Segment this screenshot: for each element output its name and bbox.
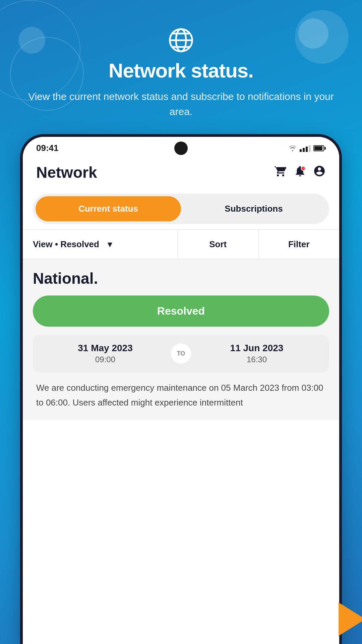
header-icons <box>274 165 326 180</box>
status-time: 09:41 <box>36 143 59 153</box>
section-title: National. <box>33 269 329 287</box>
filter-bar: View • Resolved ▼ Sort Filter <box>23 229 339 259</box>
svg-marker-6 <box>339 602 362 636</box>
sort-label: Sort <box>209 239 227 250</box>
cart-icon[interactable] <box>274 165 287 180</box>
account-icon[interactable] <box>313 165 326 180</box>
date-range: 31 May 2023 09:00 TO 11 Jun 2023 16:30 <box>33 335 329 372</box>
date-from-label: 31 May 2023 <box>40 343 171 354</box>
date-to-time: 16:30 <box>191 355 322 364</box>
bell-icon[interactable] <box>294 165 306 180</box>
filter-label: Filter <box>288 239 310 250</box>
app-header: Network <box>23 157 339 188</box>
resolved-badge: Resolved <box>33 296 329 327</box>
date-from-time: 09:00 <box>40 355 171 364</box>
date-separator: TO <box>171 343 191 364</box>
signal-icon <box>300 145 311 152</box>
description-text: We are conducting emergency maintenance … <box>33 380 329 410</box>
date-to: 11 Jun 2023 16:30 <box>191 343 322 364</box>
date-to-label: 11 Jun 2023 <box>191 343 322 354</box>
wifi-icon <box>288 145 297 152</box>
status-icons <box>288 145 326 152</box>
phone-mockup: 09:41 <box>20 134 342 644</box>
tab-subscriptions[interactable]: Subscriptions <box>181 196 326 221</box>
app-title: Network <box>36 163 97 181</box>
status-bar: 09:41 <box>23 137 339 157</box>
orange-arrow-decoration <box>339 602 362 637</box>
resolved-badge-text: Resolved <box>157 305 205 317</box>
page-title: Network status. <box>109 59 253 82</box>
svg-point-5 <box>301 166 305 170</box>
phone-inner: 09:41 <box>23 137 339 644</box>
date-from: 31 May 2023 09:00 <box>40 343 171 364</box>
tabs-container: Current status Subscriptions <box>23 188 339 229</box>
content-area: National. Resolved 31 May 2023 09:00 TO … <box>23 259 339 420</box>
page-subtitle: View the current network status and subs… <box>0 89 362 119</box>
view-label: View • Resolved <box>33 239 99 250</box>
filter-button[interactable]: Filter <box>259 230 340 259</box>
tabs-wrapper: Current status Subscriptions <box>33 194 329 224</box>
chevron-down-icon: ▼ <box>106 240 114 249</box>
globe-icon <box>168 27 194 54</box>
tab-current-status[interactable]: Current status <box>36 196 181 221</box>
page-header: Network status. View the current network… <box>0 0 362 132</box>
view-resolved-button[interactable]: View • Resolved ▼ <box>23 230 178 259</box>
battery-icon <box>313 145 326 151</box>
front-camera <box>174 142 188 155</box>
sort-button[interactable]: Sort <box>178 230 259 259</box>
